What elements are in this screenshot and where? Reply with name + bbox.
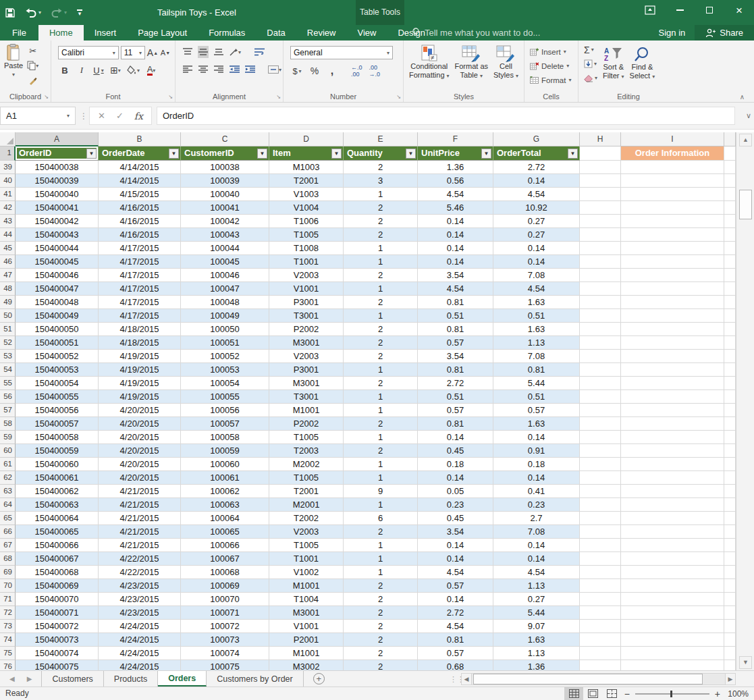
cell-I45[interactable] <box>621 242 724 255</box>
cell-partial[interactable] <box>724 309 736 323</box>
cell-F59[interactable]: 0.14 <box>418 431 493 444</box>
merge-center-button[interactable]: ▾ <box>268 63 281 76</box>
cell-A60[interactable]: 150400059 <box>16 444 99 458</box>
cell-E39[interactable]: 2 <box>344 161 418 174</box>
cell-D45[interactable]: T1008 <box>269 242 344 255</box>
cell-C73[interactable]: 100072 <box>181 620 269 633</box>
italic-button[interactable]: I <box>76 64 87 76</box>
row-header-52[interactable]: 52 <box>0 336 16 350</box>
cell-H53[interactable] <box>580 350 621 363</box>
cell-I52[interactable] <box>621 336 724 350</box>
cell-H73[interactable] <box>580 620 621 633</box>
cell-F57[interactable]: 0.57 <box>418 404 493 417</box>
cell-D54[interactable]: P3001 <box>269 363 344 377</box>
cell-D68[interactable]: T1001 <box>269 552 344 566</box>
cell-E59[interactable]: 1 <box>344 431 418 444</box>
top-align-button[interactable] <box>182 46 193 58</box>
row-header-59[interactable]: 59 <box>0 431 16 444</box>
cell-H43[interactable] <box>580 215 621 228</box>
cell-A51[interactable]: 150400050 <box>16 323 99 336</box>
cell-D67[interactable]: T1005 <box>269 539 344 552</box>
cell-B70[interactable]: 4/23/2015 <box>99 579 181 593</box>
column-header-C[interactable]: C <box>181 132 269 146</box>
row-header-44[interactable]: 44 <box>0 228 16 242</box>
cell-C74[interactable]: 100073 <box>181 633 269 647</box>
cell-A39[interactable]: 150400038 <box>16 161 99 174</box>
bold-button[interactable]: B <box>59 64 70 76</box>
cell-H60[interactable] <box>580 444 621 458</box>
cell-partial[interactable] <box>724 390 736 404</box>
cell-E58[interactable]: 2 <box>344 417 418 431</box>
cell-G58[interactable]: 1.63 <box>493 417 580 431</box>
row-header-66[interactable]: 66 <box>0 525 16 539</box>
cell-G70[interactable]: 1.13 <box>493 579 580 593</box>
cell-F50[interactable]: 0.51 <box>418 309 493 323</box>
cell-A70[interactable]: 150400069 <box>16 579 99 593</box>
cell-G68[interactable]: 0.14 <box>493 552 580 566</box>
cell-I58[interactable] <box>621 417 724 431</box>
cell-partial[interactable] <box>724 188 736 201</box>
cell-A71[interactable]: 150400070 <box>16 593 99 606</box>
cell-E67[interactable]: 1 <box>344 539 418 552</box>
cell-H62[interactable] <box>580 471 621 485</box>
row-header-53[interactable]: 53 <box>0 350 16 363</box>
row-header-68[interactable]: 68 <box>0 552 16 566</box>
cell-partial[interactable] <box>724 606 736 620</box>
cell-A45[interactable]: 150400044 <box>16 242 99 255</box>
delete-cells-button[interactable]: Delete▾ <box>530 59 578 72</box>
cell-I55[interactable] <box>621 377 724 390</box>
cell-C53[interactable]: 100052 <box>181 350 269 363</box>
table-header-unitprice[interactable]: UnitPrice▼ <box>418 146 493 161</box>
collapse-ribbon-button[interactable]: ∧ <box>740 93 745 101</box>
cell-B45[interactable]: 4/17/2015 <box>99 242 181 255</box>
cell-H1[interactable] <box>580 146 621 161</box>
row-header-58[interactable]: 58 <box>0 417 16 431</box>
cell-A48[interactable]: 150400047 <box>16 282 99 296</box>
redo-button[interactable]: ▾ <box>46 0 72 25</box>
redo-dropdown[interactable]: ▾ <box>64 9 67 16</box>
filter-button-customerid[interactable]: ▼ <box>257 149 267 159</box>
customize-qat-button[interactable]: ▾ <box>72 9 88 16</box>
cell-partial[interactable] <box>724 363 736 377</box>
cell-C61[interactable]: 100060 <box>181 458 269 471</box>
cell-B52[interactable]: 4/18/2015 <box>99 336 181 350</box>
row-header-50[interactable]: 50 <box>0 309 16 323</box>
cell-A58[interactable]: 150400057 <box>16 417 99 431</box>
cell-G54[interactable]: 0.81 <box>493 363 580 377</box>
cell-G51[interactable]: 1.63 <box>493 323 580 336</box>
cell-I60[interactable] <box>621 444 724 458</box>
format-as-table-button[interactable]: Format asTable ▾ <box>455 42 489 80</box>
cell-C46[interactable]: 100045 <box>181 255 269 269</box>
cell-B73[interactable]: 4/24/2015 <box>99 620 181 633</box>
row-header-57[interactable]: 57 <box>0 404 16 417</box>
cell-A50[interactable]: 150400049 <box>16 309 99 323</box>
cell-A59[interactable]: 150400058 <box>16 431 99 444</box>
cell-B39[interactable]: 4/14/2015 <box>99 161 181 174</box>
number-format-combo[interactable]: General▾ <box>290 46 393 59</box>
decrease-indent-button[interactable] <box>229 63 240 76</box>
cell-H71[interactable] <box>580 593 621 606</box>
cell-I40[interactable] <box>621 174 724 188</box>
cell-C59[interactable]: 100058 <box>181 431 269 444</box>
cell-H41[interactable] <box>580 188 621 201</box>
clear-button[interactable]: ▾ <box>584 72 597 84</box>
cell-F70[interactable]: 0.57 <box>418 579 493 593</box>
cell-partial[interactable] <box>724 485 736 498</box>
vertical-scroll-thumb[interactable] <box>739 190 752 219</box>
cell-C40[interactable]: 100039 <box>181 174 269 188</box>
new-sheet-button[interactable]: + <box>313 673 325 684</box>
insert-function-button[interactable]: fx <box>134 111 143 122</box>
number-dialog-launcher[interactable]: ↘ <box>396 94 401 100</box>
row-header-67[interactable]: 67 <box>0 539 16 552</box>
close-button[interactable]: × <box>724 0 754 20</box>
cell-A53[interactable]: 150400052 <box>16 350 99 363</box>
cell-A76[interactable]: 150400075 <box>16 660 99 670</box>
cell-I75[interactable] <box>621 647 724 660</box>
sheet-nav-left-arrow[interactable]: ◀ <box>9 675 15 682</box>
zoom-slider-thumb[interactable] <box>670 691 672 697</box>
cell-D66[interactable]: V2003 <box>269 525 344 539</box>
cell-F49[interactable]: 0.81 <box>418 296 493 309</box>
cell-partial[interactable] <box>724 660 736 670</box>
cell-B61[interactable]: 4/20/2015 <box>99 458 181 471</box>
cell-partial[interactable] <box>724 350 736 363</box>
